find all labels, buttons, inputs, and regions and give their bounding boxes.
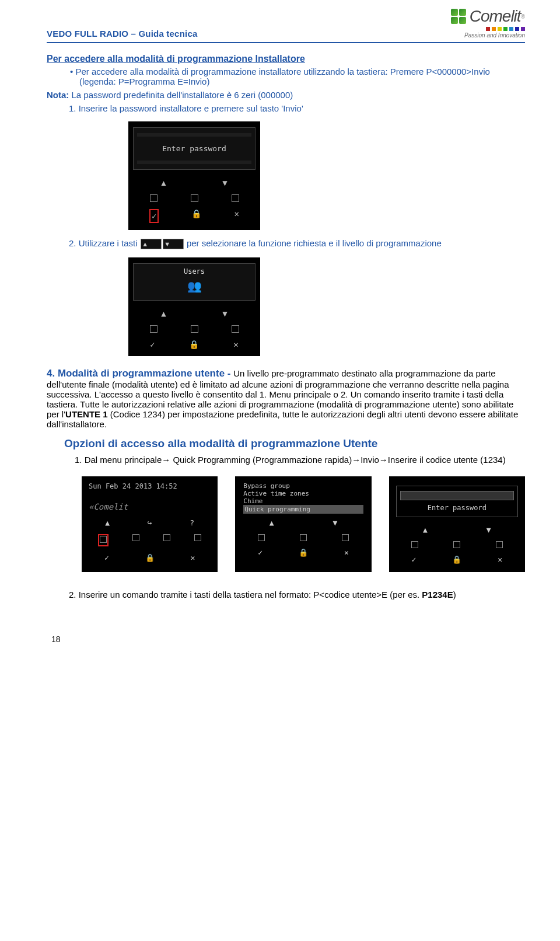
bullet-instruction: Per accedere alla modalità di programmaz…	[70, 67, 525, 86]
keypad-row: Sun Feb 24 2013 14:52 «Comelit ▲↪? ✓ 🔒 ✕…	[82, 476, 525, 572]
section-title: Per accedere alla modalità di programmaz…	[47, 54, 525, 64]
menu-list: Bypass group Active time zones Chime Qui…	[240, 481, 366, 515]
menu-item-selected: Quick programming	[243, 505, 363, 514]
users-icon: 👥	[137, 279, 251, 293]
password-box: Enter password	[396, 486, 518, 517]
step-2b-text: 2. Inserire un comando tramite i tasti d…	[69, 590, 422, 600]
ok-key-icon: ✓	[412, 555, 416, 564]
color-dots-icon	[451, 27, 525, 31]
option-keys-row	[394, 538, 520, 552]
opzioni-step-1: 1. Dal menu principale→ Quick Programmin…	[75, 455, 525, 465]
control-keys-row: ✓ 🔒 ✕	[133, 336, 256, 353]
cancel-key-icon: ✕	[235, 209, 239, 223]
control-keys-row: ✓ 🔒 ✕	[394, 552, 520, 567]
cancel-key-icon: ✕	[498, 555, 502, 564]
control-keys-row: ✓ 🔒 ✕	[240, 545, 366, 560]
header-rule	[47, 42, 525, 43]
step-2-pre: 2. Utilizzare i tasti	[69, 238, 140, 248]
cancel-key-icon: ✕	[191, 553, 195, 562]
ok-key-icon: ✓	[258, 548, 262, 557]
registered-icon: ®	[521, 13, 525, 20]
brand-tagline: Passion and Innovation	[451, 32, 525, 39]
section-4-paragraph: 4. Modalità di programmazione utente - U…	[47, 368, 525, 429]
keypad-illustration-1: Enter password ▲▼ ✓ 🔒 ✕	[128, 121, 260, 230]
logo-mark-icon	[451, 9, 466, 24]
arrow-keys-row: ▲↪?	[86, 515, 213, 531]
logo-text: Comelit	[470, 7, 521, 26]
arrow-keys-row: ▲▼	[240, 515, 366, 531]
option-keys-row	[133, 322, 256, 336]
lock-icon: 🔒	[299, 548, 308, 557]
step-2-bottom: 2. Inserire un comando tramite i tasti d…	[69, 590, 525, 600]
device-screen: Users 👥	[133, 263, 256, 301]
control-keys-row: ✓ 🔒 ✕	[86, 550, 213, 566]
nota-text: La password predefinita dell'installator…	[72, 90, 293, 100]
step-2: 2. Utilizzare i tasti ▲▼ per selezionare…	[69, 238, 525, 249]
arrow-up-button-icon: ▲	[141, 239, 162, 249]
screen-caption: Enter password	[400, 504, 514, 512]
screen-caption: Enter password	[137, 138, 251, 159]
step-2b-tail: )	[453, 590, 456, 600]
lock-icon: 🔒	[189, 340, 199, 349]
ok-key-icon: ✓	[150, 340, 155, 349]
page-number: 18	[51, 635, 525, 644]
arrow-down-button-icon: ▼	[163, 239, 184, 249]
step-2b-code: P1234E	[422, 590, 453, 600]
nota-line: Nota: La password predefinita dell'insta…	[47, 90, 525, 100]
option-keys-row	[86, 531, 213, 550]
nota-label: Nota:	[47, 90, 69, 100]
cancel-key-icon: ✕	[233, 340, 238, 349]
section-4-body-b: (Codice 1234) per impostazione predefini…	[47, 409, 518, 429]
cancel-key-icon: ✕	[344, 548, 349, 557]
step-1: 1. Inserire la password installatore e p…	[69, 103, 525, 113]
section-4-lead: 4. Modalità di programmazione utente -	[47, 368, 233, 379]
doc-title: VEDO FULL RADIO – Guida tecnica	[47, 29, 197, 39]
lock-icon: 🔒	[145, 553, 155, 562]
datetime-text: Sun Feb 24 2013 14:52	[86, 481, 213, 492]
lock-icon: 🔒	[191, 209, 201, 223]
keypad-illustration-2: Users 👥 ▲▼ ✓ 🔒 ✕	[128, 257, 260, 356]
menu-item: Active time zones	[243, 490, 363, 497]
menu-key-highlight	[98, 534, 108, 546]
lock-icon: 🔒	[452, 555, 461, 564]
keypad-mini-3: Enter password ▲▼ ✓ 🔒 ✕	[389, 476, 525, 572]
menu-item: Chime	[243, 497, 363, 505]
ok-key-icon: ✓	[104, 553, 109, 562]
ok-key-highlight: ✓	[149, 209, 159, 223]
step-2-post: per selezionare la funzione richiesta e …	[187, 238, 442, 248]
option-keys-row	[240, 531, 366, 545]
arrow-keys-row: ▲▼	[394, 522, 520, 538]
brand-logo: Comelit® Passion and Innovation	[451, 7, 525, 39]
keypad-mini-1: Sun Feb 24 2013 14:52 «Comelit ▲↪? ✓ 🔒 ✕	[82, 476, 218, 572]
device-screen: Enter password	[133, 127, 256, 170]
option-keys-row	[133, 191, 256, 205]
control-keys-row: ✓ 🔒 ✕	[133, 205, 256, 226]
opzioni-title: Opzioni di accesso alla modalità di prog…	[64, 437, 525, 450]
screen-caption: Users	[137, 267, 251, 276]
utente-1-bold: UTENTE 1	[65, 409, 108, 419]
arrow-keys-row: ▲▼	[133, 175, 256, 191]
menu-item: Bypass group	[243, 482, 363, 490]
brand-text: «Comelit	[89, 502, 213, 511]
arrow-keys-row: ▲▼	[133, 305, 256, 322]
keypad-mini-2: Bypass group Active time zones Chime Qui…	[235, 476, 371, 572]
